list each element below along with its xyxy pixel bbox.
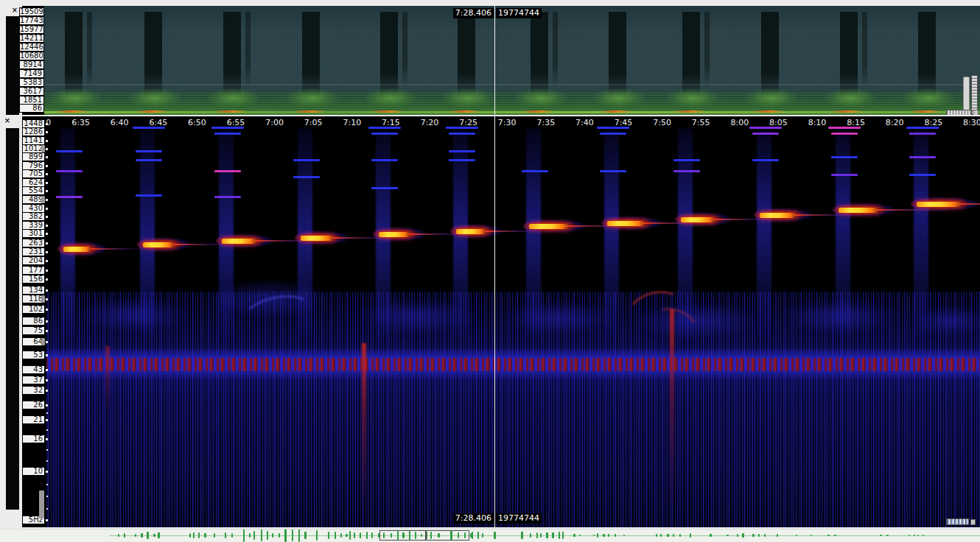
freq-label: 75: [22, 326, 45, 335]
freq-axis-scroll-thumb[interactable]: [39, 490, 44, 518]
loud-event-column: [65, 12, 83, 100]
freq-tick: [46, 199, 48, 201]
freq-tick: [46, 438, 48, 440]
time-label: 6:35: [69, 118, 94, 128]
loud-event-column-minor: [704, 12, 710, 88]
event-comet-core: [607, 221, 645, 226]
harmonic-dash: [136, 150, 162, 152]
time-label: 7:20: [417, 118, 442, 128]
freq-tick: [46, 330, 48, 332]
harmonic-dash: [449, 133, 475, 135]
time-label: 7:35: [533, 118, 559, 128]
freq-tick-minor: [46, 412, 48, 414]
waveform-blip: [371, 532, 373, 538]
zoom-reset-button[interactable]: [973, 110, 979, 115]
playback-cursor: [494, 116, 495, 527]
harmonic-dash: [752, 133, 779, 135]
freq-label: 53: [22, 351, 45, 359]
horizontal-zoom-thumbwheel[interactable]: [946, 518, 969, 525]
waveform-blip: [158, 532, 160, 538]
harmonic-dash: [56, 150, 83, 152]
left-gutter-bar: [6, 16, 19, 115]
playback-time-readout: 7:28.406: [453, 8, 494, 18]
event-band-orange-spot: [600, 110, 632, 113]
waveform-blip: [608, 534, 609, 537]
harmonic-dash: [831, 174, 858, 176]
event-band-orange-spot: [56, 110, 88, 113]
freq-label: 102: [22, 305, 45, 314]
time-label: 8:15: [844, 118, 869, 128]
time-label: 8:20: [882, 118, 907, 128]
freq-tick: [46, 309, 48, 311]
freq-tick: [46, 404, 48, 406]
freq-label: 156: [22, 275, 45, 284]
freq-label: 339: [22, 221, 45, 230]
overview-waveform[interactable]: [0, 529, 980, 542]
waveform-blip: [742, 533, 744, 538]
event-low-freq-glow: [745, 88, 798, 108]
freq-label: 8914: [19, 60, 44, 69]
event-band-orange-spot: [371, 110, 404, 113]
noise-mound: [914, 306, 980, 336]
freq-label: 17743: [19, 16, 44, 25]
time-label: 7:05: [301, 118, 326, 128]
freq-label: 3617: [19, 87, 44, 96]
time-label: 7:10: [340, 118, 365, 128]
harmonic-dash: [752, 159, 779, 161]
loud-event-column: [918, 12, 936, 100]
freq-tick: [46, 225, 48, 227]
faint-horizontal-line: [44, 84, 980, 85]
pane-close-button[interactable]: ×: [3, 116, 12, 125]
time-label: 6:40: [107, 118, 132, 128]
overview-selection-right[interactable]: [426, 530, 469, 541]
pane-top-spectrogram[interactable]: × 19509177431597714211124461068089147149…: [0, 6, 980, 115]
event-comet-core: [681, 217, 715, 222]
freq-label: 796: [22, 161, 45, 170]
event-low-freq-glow: [666, 88, 719, 108]
event-comet-core: [379, 232, 410, 237]
event-comet-core: [917, 202, 962, 207]
zoom-reset-button[interactable]: [970, 519, 976, 525]
pane-close-button[interactable]: ×: [10, 6, 19, 15]
event-band-orange-spot: [449, 110, 481, 113]
freq-tick: [46, 298, 48, 300]
harmonic-dash: [831, 133, 858, 135]
waveform-blip: [204, 533, 206, 537]
horizontal-zoom-thumbwheel[interactable]: [946, 110, 971, 115]
waveform-blip: [530, 533, 531, 538]
event-plume-upper: [526, 128, 541, 226]
waveform-blip: [673, 534, 674, 537]
freq-tick: [46, 251, 48, 253]
waveform-blip: [737, 534, 738, 537]
freq-tick: [46, 289, 48, 292]
left-gutter-bar: [6, 128, 19, 510]
vertical-zoom-thumbwheel[interactable]: [971, 75, 978, 115]
time-label: 7:45: [611, 118, 636, 128]
freq-tick-minor: [46, 484, 48, 485]
time-label: 8:05: [766, 118, 791, 128]
freq-tick: [46, 123, 48, 125]
event-band-orange-spot: [136, 110, 168, 113]
event-band-orange-spot: [214, 110, 247, 113]
event-plume-upper: [298, 128, 312, 238]
pane-bottom-spectrogram[interactable]: 6:306:356:406:456:506:557:007:057:107:15…: [0, 116, 980, 527]
waveform-blip: [366, 532, 368, 538]
event-low-freq-glow: [286, 88, 339, 108]
event-comet-tail: [91, 248, 143, 250]
time-label: 8:00: [727, 118, 752, 128]
freq-tick: [46, 419, 48, 421]
harmonic-dash: [522, 170, 548, 172]
freq-label: 19509: [19, 7, 44, 16]
freq-label: 134: [22, 286, 45, 295]
waveform-blip: [752, 534, 755, 537]
waveform-blip: [354, 532, 355, 538]
harmonic-dash: [214, 196, 241, 198]
vertical-scrollbar[interactable]: [963, 77, 970, 112]
harmonic-dash: [214, 170, 241, 172]
time-label: 6:45: [146, 118, 171, 128]
waveform-blip: [340, 533, 342, 538]
loud-event-column-minor: [402, 12, 407, 88]
waveform-blip: [279, 533, 280, 538]
freq-label: 43: [22, 365, 45, 374]
overview-selection-left[interactable]: [379, 530, 426, 541]
